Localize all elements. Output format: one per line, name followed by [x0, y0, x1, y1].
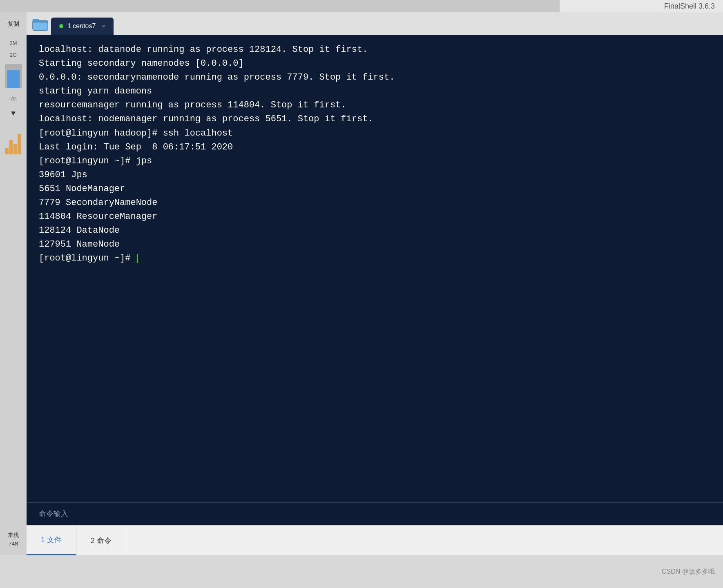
terminal-area: localhost: datanode running as process 1… [27, 35, 723, 525]
terminal-line-7: Last login: Tue Sep 8 06:17:51 2020 [39, 140, 711, 154]
tab-label: 1 centos7 [67, 22, 96, 30]
terminal-line-11: 7779 SecondaryNameNode [39, 196, 711, 210]
terminal-line-8: [root@lingyun ~]# jps [39, 154, 711, 168]
command-input-bar[interactable]: 命令输入 [27, 502, 723, 525]
chart-bar-4 [18, 134, 21, 154]
sidebar-mem-bar [5, 64, 22, 88]
chart-bar-1 [5, 148, 9, 154]
tab-status-dot [59, 24, 63, 28]
sidebar-bottom-label: 本机 [8, 532, 19, 539]
sidebar-mem2: 2G [10, 52, 17, 58]
bottom-tab-command-label: 2 命令 [91, 536, 112, 546]
tab-bar: 1 centos7 × [27, 12, 723, 35]
terminal-line-1: Starting secondary namenodes [0.0.0.0] [39, 57, 711, 71]
terminal-cursor [137, 254, 138, 263]
bottom-tab-bar: 1 文件 2 命令 [27, 525, 723, 555]
terminal-line-6: [root@lingyun hadoop]# ssh localhost [39, 127, 711, 140]
bottom-tab-command[interactable]: 2 命令 [76, 526, 126, 555]
app-title: FinalShell 3.6.3 [664, 2, 715, 11]
terminal-line-10: 5651 NodeManager [39, 182, 711, 196]
status-bar: CSDN @饭多多哦 [0, 555, 723, 588]
bottom-tab-file-label: 1 文件 [41, 535, 62, 545]
terminal-line-3: starting yarn daemons [39, 85, 711, 98]
folder-icon[interactable] [31, 16, 49, 34]
sidebar: 复制 2M 2G r/0: ▼ 本机 74M [0, 12, 27, 588]
chart-bar-2 [9, 140, 13, 154]
terminal-line-2: 0.0.0.0: secondarynamenode running as pr… [39, 71, 711, 85]
terminal-line-13: 128124 DataNode [39, 224, 711, 238]
sidebar-mem1: 2M [9, 40, 17, 46]
chart-bar-3 [13, 144, 17, 154]
terminal-line-15: [root@lingyun ~]# [39, 252, 711, 265]
terminal-line-0: localhost: datanode running as process 1… [39, 43, 711, 57]
terminal-line-5: localhost: nodemanager running as proces… [39, 112, 711, 126]
sidebar-arrow-icon: ▼ [11, 109, 16, 118]
bottom-tab-file[interactable]: 1 文件 [27, 526, 76, 555]
sidebar-chart [5, 122, 22, 154]
command-input-label: 命令输入 [39, 509, 68, 519]
tab-close-button[interactable]: × [102, 23, 105, 29]
terminal-line-9: 39601 Jps [39, 168, 711, 182]
sidebar-io-label: r/0: [9, 96, 17, 102]
terminal-line-4: resourcemanager running as process 11480… [39, 98, 711, 112]
mem-bar-fill [7, 70, 20, 88]
watermark-text: CSDN @饭多多哦 [662, 568, 715, 576]
terminal-line-14: 127951 NameNode [39, 238, 711, 252]
sidebar-bottom-value: 74M [9, 541, 18, 547]
terminal-line-12: 114804 ResourceManager [39, 210, 711, 224]
session-tab[interactable]: 1 centos7 × [51, 18, 114, 35]
sidebar-copy-label: 复制 [8, 20, 19, 28]
title-bar: FinalShell 3.6.3 [560, 0, 723, 12]
